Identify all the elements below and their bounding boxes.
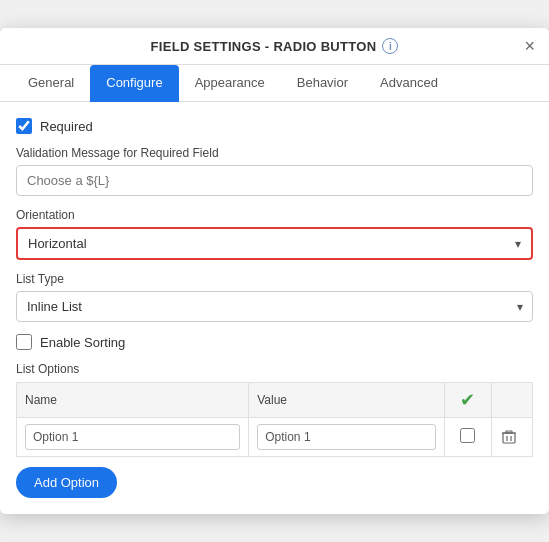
- orientation-label: Orientation: [16, 208, 533, 222]
- validation-message-label: Validation Message for Required Field: [16, 146, 533, 160]
- default-check-icon: ✔: [453, 389, 482, 411]
- modal-body: Required Validation Message for Required…: [0, 102, 549, 514]
- col-header-name: Name: [17, 383, 249, 418]
- modal-title: FIELD SETTINGS - RADIO BUTTON: [151, 39, 377, 54]
- required-checkbox[interactable]: [16, 118, 32, 134]
- modal-container: FIELD SETTINGS - RADIO BUTTON i × Genera…: [0, 28, 549, 514]
- trash-icon: [502, 429, 516, 445]
- tab-configure[interactable]: Configure: [90, 65, 178, 102]
- required-label: Required: [40, 119, 93, 134]
- svg-rect-0: [503, 433, 515, 443]
- required-row: Required: [16, 118, 533, 134]
- tab-general[interactable]: General: [12, 65, 90, 102]
- enable-sorting-row: Enable Sorting: [16, 334, 533, 350]
- list-options-label: List Options: [16, 362, 533, 376]
- option-default-cell: [445, 418, 491, 457]
- orientation-select-wrapper: Horizontal Vertical ▾: [16, 227, 533, 260]
- col-header-value: Value: [249, 383, 445, 418]
- list-type-label: List Type: [16, 272, 533, 286]
- enable-sorting-checkbox[interactable]: [16, 334, 32, 350]
- option-default-checkbox[interactable]: [460, 428, 475, 443]
- list-type-select[interactable]: Inline List External List: [16, 291, 533, 322]
- option-delete-button[interactable]: [500, 427, 518, 447]
- validation-message-input[interactable]: [16, 165, 533, 196]
- orientation-row: Orientation Horizontal Vertical ▾: [16, 208, 533, 260]
- option-delete-cell: [491, 418, 532, 457]
- tab-appearance[interactable]: Appearance: [179, 65, 281, 102]
- col-header-default: ✔: [445, 383, 491, 418]
- table-row: [17, 418, 533, 457]
- tabs-bar: General Configure Appearance Behavior Ad…: [0, 65, 549, 102]
- info-icon[interactable]: i: [382, 38, 398, 54]
- option-value-cell: [249, 418, 445, 457]
- close-button[interactable]: ×: [524, 37, 535, 55]
- col-header-delete: [491, 383, 532, 418]
- tab-advanced[interactable]: Advanced: [364, 65, 454, 102]
- option-value-input[interactable]: [257, 424, 436, 450]
- list-type-select-wrapper: Inline List External List ▾: [16, 291, 533, 322]
- add-option-button[interactable]: Add Option: [16, 467, 117, 498]
- tab-behavior[interactable]: Behavior: [281, 65, 364, 102]
- orientation-select[interactable]: Horizontal Vertical: [18, 229, 531, 258]
- option-name-input[interactable]: [25, 424, 240, 450]
- option-name-cell: [17, 418, 249, 457]
- validation-message-row: Validation Message for Required Field: [16, 146, 533, 196]
- list-options-table: Name Value ✔: [16, 382, 533, 457]
- modal-header: FIELD SETTINGS - RADIO BUTTON i ×: [0, 28, 549, 65]
- list-type-row: List Type Inline List External List ▾: [16, 272, 533, 322]
- enable-sorting-label: Enable Sorting: [40, 335, 125, 350]
- list-options-section: List Options Name Value ✔: [16, 362, 533, 498]
